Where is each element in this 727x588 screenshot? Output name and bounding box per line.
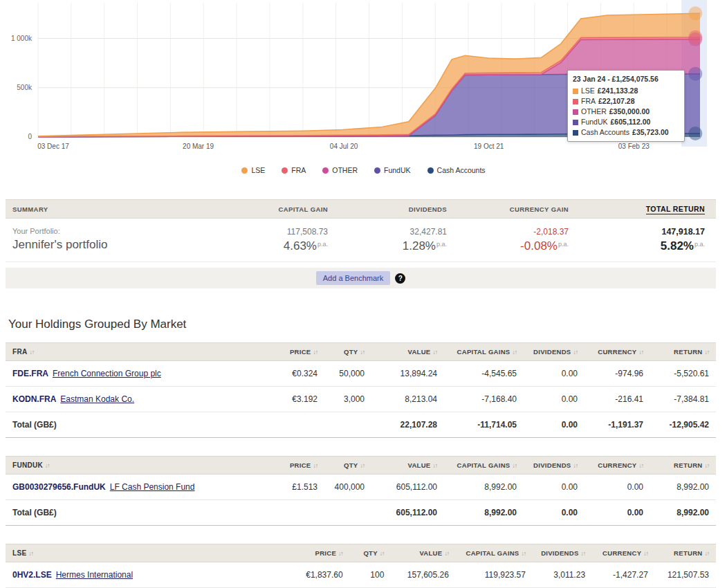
sort-icon[interactable]: ↓↑ [573,349,578,356]
sort-icon[interactable]: ↓↑ [643,550,648,557]
column-header-value[interactable]: VALUE↓↑ [371,343,444,361]
summary-table: SUMMARY CAPITAL GAIN DIVIDENDS CURRENCY … [6,199,716,262]
portfolio-summary-row: Your Portfolio: Jennifer's portfolio 117… [6,219,716,262]
holding-link[interactable]: Eastman Kodak Co. [60,394,134,404]
column-header-market-lse[interactable]: LSE↓↑ [6,544,288,562]
return-cell: 8,992.00 [650,500,716,526]
total-return-header: TOTAL RETURN [593,200,716,219]
sort-icon[interactable]: ↓↑ [380,550,385,557]
qty-cell: 3,000 [324,387,371,412]
sort-icon[interactable]: ↓↑ [29,349,34,356]
sort-icon[interactable]: ↓↑ [338,550,343,557]
column-header-capital-gains[interactable]: CAPITAL GAINS↓↑ [444,343,524,361]
legend-item-funduk[interactable]: FundUK [374,166,411,174]
column-header-value[interactable]: VALUE↓↑ [391,544,456,562]
capital-gain-header: CAPITAL GAIN [234,200,353,219]
sort-icon[interactable]: ↓↑ [513,462,517,469]
holding-code[interactable]: 0HV2.LSE [12,570,52,580]
sort-icon[interactable]: ↓↑ [433,349,438,356]
sort-icon[interactable]: ↓↑ [521,550,526,557]
add-benchmark-button[interactable]: Add a Benchmark [316,271,390,285]
column-header-price[interactable]: PRICE↓↑ [259,457,324,475]
column-header-price[interactable]: PRICE↓↑ [288,544,349,562]
return-cell: 8,992.00 [650,475,716,500]
sort-icon[interactable]: ↓↑ [573,462,578,469]
holding-link[interactable]: Hermes International [56,570,133,580]
sort-icon[interactable]: ↓↑ [360,349,365,356]
legend-item-lse[interactable]: LSE [241,166,265,174]
column-header-dividends[interactable]: DIVIDENDS↓↑ [524,457,585,475]
column-header-market-funduk[interactable]: FUNDUK↓↑ [6,457,259,475]
sort-icon[interactable]: ↓↑ [28,550,33,557]
summary-header: SUMMARY [6,200,234,219]
sort-icon[interactable]: ↓↑ [45,462,50,469]
help-icon[interactable]: ? [395,273,405,284]
sort-icon[interactable]: ↓↑ [705,349,710,356]
value-cell: 22,107.28 [371,412,444,438]
currency-cell: 0.00 [585,475,650,500]
column-header-currency[interactable]: CURRENCY↓↑ [585,343,650,361]
column-header-currency[interactable]: CURRENCY↓↑ [592,544,655,562]
column-header-value[interactable]: VALUE↓↑ [371,457,444,475]
capital-gains-cell: 119,923.57 [456,562,533,588]
capital-gains-cell: 8,992.00 [444,475,524,500]
summary-header-row: SUMMARY CAPITAL GAIN DIVIDENDS CURRENCY … [6,200,716,219]
sort-icon[interactable]: ↓↑ [360,462,365,469]
sort-icon[interactable]: ↓↑ [639,462,644,469]
pa-label: p.a. [318,241,328,248]
column-header-currency[interactable]: CURRENCY↓↑ [585,457,650,475]
holding-row: GB0030279656.FundUKLF Cash Pension Fund … [6,475,716,500]
sort-icon[interactable]: ↓↑ [313,349,318,356]
sort-icon[interactable]: ↓↑ [444,550,449,557]
column-header-capital-gains[interactable]: CAPITAL GAINS↓↑ [444,457,524,475]
holding-code[interactable]: FDE.FRA [12,369,48,378]
qty-cell [324,500,371,526]
capital-gain-value: 117,508.73 [241,227,328,237]
column-header-market-fra[interactable]: FRA↓↑ [6,343,259,361]
value-cell: 8,213.04 [371,387,444,412]
holdings-table-funduk: FUNDUK↓↑ PRICE↓↑ QTY↓↑ VALUE↓↑ CAPITAL G… [6,456,716,526]
dividends-cell: 0.00 [524,361,585,387]
column-header-dividends[interactable]: DIVIDENDS↓↑ [533,544,592,562]
dividends-cell: 3,011.23 [533,562,592,588]
holding-code[interactable]: KODN.FRA [12,394,56,404]
price-cell: £1.513 [259,475,324,500]
column-header-qty[interactable]: QTY↓↑ [324,457,371,475]
holding-code[interactable]: GB0030279656.FundUK [12,482,106,492]
benchmark-band: Add a Benchmark ? [6,268,716,288]
dividends-value: 32,427.81 [360,227,447,237]
portfolio-label: Your Portfolio: [12,227,209,235]
capital-gains-cell: -4,545.65 [444,361,524,387]
column-header-qty[interactable]: QTY↓↑ [324,343,371,361]
sort-icon[interactable]: ↓↑ [433,462,438,469]
column-header-capital-gains[interactable]: CAPITAL GAINS↓↑ [456,544,533,562]
portfolio-value-chart[interactable]: 0500k1 000k03 Dec 1720 Mar 1904 Jul 2019… [0,0,727,159]
legend-item-fra[interactable]: FRA [282,166,306,174]
legend-item-other[interactable]: OTHER [322,166,358,174]
price-cell [259,412,324,438]
sort-icon[interactable]: ↓↑ [705,550,710,557]
portfolio-cell: Your Portfolio: Jennifer's portfolio [6,219,234,262]
value-cell: 157,605.26 [391,562,456,588]
sort-icon[interactable]: ↓↑ [581,550,586,557]
column-header-return[interactable]: RETURN↓↑ [650,457,716,475]
legend-item-cash-accounts[interactable]: Cash Accounts [427,166,486,174]
sort-icon[interactable]: ↓↑ [639,349,644,356]
cash-accounts-dot-icon [427,167,434,174]
sort-icon[interactable]: ↓↑ [705,462,710,469]
total-row: Total (GB£) 22,107.28 -11,714.05 0.00 -1… [6,412,716,438]
column-header-return[interactable]: RETURN↓↑ [655,544,716,562]
legend-label: OTHER [332,166,358,174]
holdings-section-title: Your Holdings Grouped By Market [8,318,716,331]
fra-dot-icon [282,167,288,174]
table-header-row: FUNDUK↓↑ PRICE↓↑ QTY↓↑ VALUE↓↑ CAPITAL G… [6,457,716,475]
column-header-price[interactable]: PRICE↓↑ [259,343,324,361]
sort-icon[interactable]: ↓↑ [313,462,318,469]
column-header-qty[interactable]: QTY↓↑ [350,544,392,562]
holding-link[interactable]: LF Cash Pension Fund [110,482,195,492]
capital-gains-cell: -7,168.40 [444,387,524,412]
column-header-return[interactable]: RETURN↓↑ [650,343,716,361]
sort-icon[interactable]: ↓↑ [513,349,517,356]
column-header-dividends[interactable]: DIVIDENDS↓↑ [524,343,585,361]
holding-link[interactable]: French Connection Group plc [53,369,161,378]
